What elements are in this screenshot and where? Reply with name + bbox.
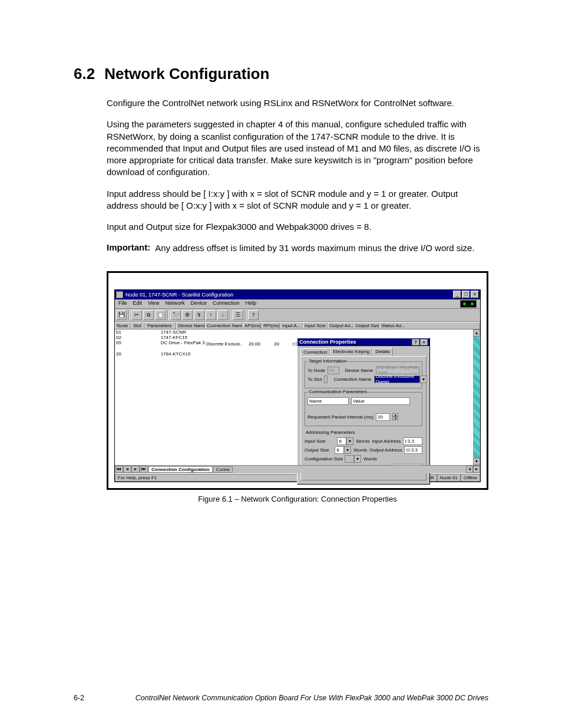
section-number: 6.2 — [74, 65, 95, 83]
table-row[interactable]: 05 DC Drive - FlexPak 3000 — [115, 340, 205, 345]
chevron-down-icon[interactable]: ▾ — [420, 375, 427, 383]
save-icon[interactable]: 💾 — [116, 310, 127, 320]
context-help-icon[interactable]: ? — [248, 310, 259, 320]
scroll-down-icon[interactable]: ▾ — [473, 458, 480, 465]
rpi-spinner[interactable]: ▴▾ — [392, 413, 398, 420]
grid-header: Node Slot Parameters Device Name Connect… — [115, 322, 480, 330]
important-label: Important: — [107, 242, 150, 254]
status-indicator-icon — [460, 300, 477, 308]
col-slot[interactable]: Slot — [131, 322, 146, 329]
col-node[interactable]: Node — [115, 322, 131, 329]
upload-icon[interactable]: ↑ — [206, 310, 216, 320]
sheet-tab-other[interactable]: Conne — [213, 466, 233, 473]
download-icon[interactable]: ↓ — [217, 310, 228, 320]
last-tab-icon[interactable]: ⏭ — [140, 466, 148, 473]
tree-icon[interactable]: ☰ — [233, 310, 243, 320]
words-label: Words — [356, 439, 369, 444]
connection-name-combo[interactable]: Discrete Exclusive Owner ▾ — [374, 375, 427, 383]
menu-edit[interactable]: Edit — [133, 300, 143, 308]
table-row[interactable]: 02 1747-KFC15 — [115, 335, 205, 340]
sheet-tab-active[interactable]: Connection Configuration — [148, 466, 213, 473]
network-icon[interactable]: ↯ — [194, 310, 204, 320]
menu-file[interactable]: File — [118, 300, 127, 308]
scroll-right-icon[interactable]: ▸ — [473, 466, 480, 473]
cut-icon[interactable]: ✂ — [131, 310, 142, 320]
tab-connection[interactable]: Connection — [300, 348, 330, 356]
paragraph-3: Input address should be [ I:x:y ] with x… — [107, 188, 488, 212]
close-icon[interactable]: × — [471, 291, 479, 298]
col-api[interactable]: API(ms) — [243, 322, 262, 329]
tab-electronic-keying[interactable]: Electronic Keying — [330, 348, 372, 355]
col-parameters[interactable]: Parameters — [146, 322, 176, 329]
words-label: Words — [363, 456, 377, 462]
horizontal-scrollbar[interactable]: ◂ ▸ — [466, 466, 480, 473]
tab-details[interactable]: Details — [372, 348, 392, 355]
cell-node: 02 — [115, 335, 127, 340]
menu-network[interactable]: Network — [165, 300, 184, 308]
cell-node: 05 — [115, 340, 127, 345]
output-size-combo[interactable]: 8 ▾ — [335, 446, 351, 454]
dialog-close-icon[interactable]: × — [420, 339, 428, 345]
col-input-size[interactable]: Input Size — [303, 322, 328, 329]
table-row — [115, 345, 205, 351]
input-size-combo[interactable]: 8 ▾ — [337, 437, 353, 445]
cell: Discrete Exclusi... — [205, 341, 243, 347]
menu-bar: File Edit View Network Device Connection… — [115, 299, 480, 309]
toolbar: 💾 ✂ ⧉ 📋 🔭 ⚙ ↯ ↑ ↓ ☰ ? — [115, 309, 480, 322]
col-rpi[interactable]: RPI(ms) — [262, 322, 280, 329]
copy-icon[interactable]: ⧉ — [143, 310, 154, 320]
chevron-down-icon[interactable]: ▾ — [354, 455, 361, 463]
binoculars-icon[interactable]: 🔭 — [170, 310, 181, 320]
menu-view[interactable]: View — [148, 300, 159, 308]
col-input-addr[interactable]: Input A... — [280, 322, 303, 329]
input-addr-field[interactable]: I:3.3 — [403, 437, 422, 445]
menu-connection[interactable]: Connection — [213, 300, 240, 308]
status-node: Node 01 — [437, 474, 461, 482]
scroll-up-icon[interactable]: ▴ — [473, 330, 480, 337]
grid-body: 01 1747-SCNR 02 1747-KFC15 05 DC — [115, 330, 480, 465]
scroll-left-icon[interactable]: ◂ — [466, 466, 473, 473]
col-output-size[interactable]: Output Size — [353, 322, 379, 329]
chevron-down-icon[interactable]: ▾ — [346, 437, 353, 445]
next-tab-icon[interactable]: ▸ — [131, 466, 140, 473]
cell: 20 — [262, 341, 280, 347]
grid-left-pane: 01 1747-SCNR 02 1747-KFC15 05 DC — [115, 330, 205, 465]
prev-tab-icon[interactable]: ◂ — [123, 466, 131, 473]
properties-icon[interactable]: ⚙ — [182, 310, 193, 320]
minimize-icon[interactable]: _ — [453, 291, 461, 298]
comm-value-header: Value — [351, 397, 410, 405]
rpi-label: Requested Packet Interval (ms) — [308, 414, 373, 420]
vertical-scrollbar[interactable]: ▴ ▾ — [473, 330, 480, 465]
menu-help[interactable]: Help — [245, 300, 256, 308]
table-row[interactable]: 20 1784-KTCX15 — [115, 351, 205, 357]
col-status-addr[interactable]: Status Ad... — [379, 322, 480, 329]
dialog-tabs: Connection Electronic Keying Details — [300, 348, 427, 355]
cell-device: 1747-KFC15 — [160, 335, 205, 340]
to-slot-field — [324, 375, 328, 383]
menu-device[interactable]: Device — [190, 300, 207, 308]
output-addr-field[interactable]: O:3.3 — [404, 446, 422, 454]
output-size-label: Output Size — [305, 447, 332, 453]
chevron-down-icon[interactable]: ▾ — [392, 417, 398, 420]
input-size-label: Input Size — [305, 439, 335, 444]
important-text: Any address offset is limited by 31 word… — [155, 242, 474, 254]
to-node-label: To Node — [308, 368, 325, 373]
device-name-field: DC Drive - FlexPak 3000 — [376, 367, 419, 374]
rpi-field[interactable]: 20 — [376, 413, 390, 421]
connection-properties-dialog: Connection Properties ? × Connection Ele… — [297, 338, 430, 485]
col-output-addr[interactable]: Output Ad... — [328, 322, 353, 329]
group-legend: Addressing Parameters — [305, 430, 422, 435]
first-tab-icon[interactable]: ⏮ — [115, 466, 123, 473]
col-connection-name[interactable]: Connection Name — [205, 322, 243, 329]
paragraph-2: Using the parameters suggested in chapte… — [107, 118, 488, 178]
table-row[interactable]: 01 1747-SCNR — [115, 330, 205, 335]
col-device-name[interactable]: Device Name — [176, 322, 205, 329]
chevron-down-icon[interactable]: ▾ — [344, 446, 351, 454]
status-state: Offline — [461, 474, 480, 482]
dialog-help-icon[interactable]: ? — [412, 339, 419, 345]
page-footer: 6-2 ControlNet Network Communication Opt… — [74, 694, 488, 702]
paste-icon[interactable]: 📋 — [155, 310, 166, 320]
config-size-combo[interactable]: ▾ — [345, 455, 361, 463]
maximize-icon[interactable]: □ — [462, 291, 470, 298]
config-size-label: Configuration Size — [305, 456, 342, 462]
